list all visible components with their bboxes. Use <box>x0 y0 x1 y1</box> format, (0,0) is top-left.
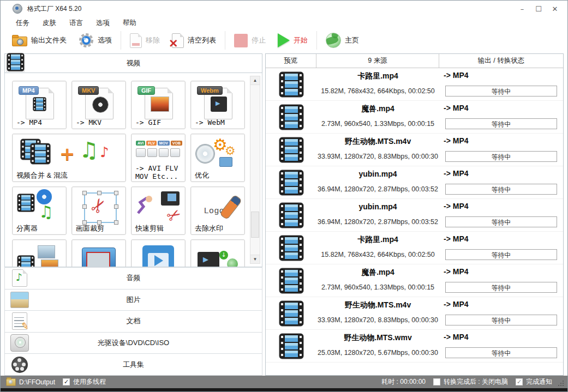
remove-watermark-item[interactable]: Logo 去除水印 <box>190 186 245 235</box>
format-item-avi-flv-mov[interactable]: AVI FLV MOV VOB -> AVI FLV MOV Etc... <box>131 134 186 182</box>
minimize-button[interactable]: – <box>514 2 530 15</box>
section-document[interactable]: ✎ 文档 <box>4 311 262 333</box>
video-to-picture-item[interactable] <box>12 239 67 267</box>
app-window: 格式工厂 X64 5.20 – ☐ ✕ 任务 皮肤 语言 选项 帮助 输出文件夹… <box>0 0 568 392</box>
resize-grip-icon[interactable] <box>558 380 564 387</box>
table-row[interactable]: 魔兽.mp4 2.73M, 960x540, 1.33Mbps, 00:00:1… <box>266 101 563 134</box>
menu-skin[interactable]: 皮肤 <box>36 17 63 29</box>
table-row[interactable]: 卡路里.mp4 15.82M, 768x432, 664Kbps, 00:02:… <box>266 232 563 264</box>
source-file-info: 33.93M, 1280x720, 8.83Mbps, 00:00:30 <box>316 153 439 160</box>
player-item[interactable] <box>131 239 186 267</box>
section-audio[interactable]: ♪ 音频 <box>4 267 262 290</box>
film-strip-icon <box>30 143 51 165</box>
category-accordion: ♪ 音频 图片 ✎ 文档 光驱设备\DVD\CD\ISO 工具集 <box>4 267 262 376</box>
conversion-status-badge: 等待中 <box>445 347 557 358</box>
section-toolset[interactable]: 工具集 <box>4 354 262 376</box>
source-file-info: 2.73M, 960x540, 1.33Mbps, 00:00:15 <box>316 120 439 128</box>
sunset-photo-icon <box>151 97 169 112</box>
video-preview-icon <box>279 333 304 359</box>
start-button[interactable]: 开始 <box>272 32 314 49</box>
options-button[interactable]: 选项 <box>73 31 118 50</box>
multithread-checkbox[interactable]: ✓ <box>63 378 70 385</box>
source-file-name: 野生动物.MTS.m4v <box>316 300 439 310</box>
source-file-info: 36.94M, 1280x720, 2.87Mbps, 00:03:52 <box>316 218 439 226</box>
shutdown-label: 转换完成后 : 关闭电脑 <box>444 377 508 387</box>
plus-icon: + <box>59 143 75 165</box>
clear-list-button[interactable]: ✕ 清空列表 <box>166 32 222 50</box>
output-path[interactable]: D:\FFOutput <box>19 378 55 386</box>
status-bar: D:\FFOutput ✓ 使用多线程 耗时 : 00:00:00 转换完成后 … <box>1 376 567 388</box>
dark-film-icon <box>211 97 227 112</box>
quick-clip-item[interactable]: ✂ 快速剪辑 <box>131 186 186 235</box>
maximize-button[interactable]: ☐ <box>530 2 547 15</box>
film-strip-icon <box>279 170 304 196</box>
format-item-mp4[interactable]: MP4 -> MP4 <box>12 81 67 129</box>
column-preview[interactable]: 预览 <box>266 54 316 68</box>
output-folder-button[interactable]: 输出文件夹 <box>6 33 73 48</box>
format-item-mkv[interactable]: MKV -> MKV <box>71 81 126 129</box>
output-format: -> MP4 <box>444 267 469 276</box>
globe-icon <box>326 33 341 48</box>
splitter-item[interactable]: ♫ 分离器 <box>12 186 67 235</box>
table-row[interactable]: 野生动物.MTS.m4v 33.93M, 1280x720, 8.83Mbps,… <box>266 134 563 166</box>
video-join-mux-item[interactable]: + ♫ ♪ 视频合并 & 混流 <box>12 134 126 182</box>
window-bottom-edge <box>1 388 567 391</box>
video-preview-icon <box>279 300 304 327</box>
grid-scrollbar[interactable]: ▲ ▼ <box>250 76 260 264</box>
video-download-item[interactable]: ▶ ↓ <box>190 239 245 267</box>
table-row[interactable]: 卡路里.mp4 15.82M, 768x432, 664Kbps, 00:02:… <box>266 68 563 101</box>
scroll-up-icon[interactable]: ▲ <box>250 76 260 85</box>
film-strip-icon <box>279 333 304 359</box>
play-icon <box>154 255 163 266</box>
section-video-header[interactable]: 视频 <box>4 53 262 73</box>
video-format-grid: MP4 -> MP4 MKV -> MKV GIF -> GIF <box>4 73 262 267</box>
scrollbar-thumb[interactable] <box>251 212 259 238</box>
table-row[interactable]: 野生动物.MTS.wmv 25.03M, 1280x720, 5.67Mbps,… <box>266 330 563 363</box>
table-row[interactable]: yubin.mp4 36.94M, 1280x720, 2.87Mbps, 00… <box>266 166 563 199</box>
table-row[interactable]: 野生动物.MTS.m4v 33.93M, 1280x720, 8.83Mbps,… <box>266 297 563 330</box>
section-dvd-cd-iso[interactable]: 光驱设备\DVD\CD\ISO <box>4 333 262 354</box>
output-format: -> MP4 <box>444 234 469 243</box>
optimize-item[interactable]: ⚙ ⚙ 优化 <box>190 134 245 182</box>
conversion-status-badge: 等待中 <box>445 118 557 129</box>
play-icon: ▶ <box>203 255 208 263</box>
output-format: -> MP4 <box>444 169 469 178</box>
section-picture[interactable]: 图片 <box>4 290 262 311</box>
remove-button[interactable]: 移除 <box>124 32 166 50</box>
mkv-badge: MKV <box>78 86 99 95</box>
menu-tasks[interactable]: 任务 <box>9 17 36 29</box>
column-output-status[interactable]: 输出 / 转换状态 <box>439 54 563 68</box>
output-format: -> MP4 <box>444 333 469 341</box>
close-button[interactable]: ✕ <box>547 2 563 15</box>
format-item-gif[interactable]: GIF -> GIF <box>131 81 186 129</box>
format-badges-icon: AVI FLV MOV VOB <box>136 141 182 146</box>
menu-bar: 任务 皮肤 语言 选项 帮助 <box>1 17 567 29</box>
video-preview-icon <box>279 71 304 98</box>
shutdown-checkbox[interactable] <box>433 378 440 385</box>
table-row[interactable]: 魔兽.mp4 2.73M, 960x540, 1.33Mbps, 00:00:1… <box>266 264 563 297</box>
reel-icon <box>92 97 109 113</box>
output-format: -> MP4 <box>444 202 469 210</box>
title-bar[interactable]: 格式工厂 X64 5.20 – ☐ ✕ <box>1 1 567 17</box>
stop-button[interactable]: 停止 <box>228 32 272 49</box>
output-format: -> MP4 <box>444 300 469 309</box>
conversion-status-badge: 等待中 <box>445 151 557 162</box>
menu-help[interactable]: 帮助 <box>116 17 143 29</box>
table-row[interactable]: yubin.mp4 36.94M, 1280x720, 2.87Mbps, 00… <box>266 199 563 232</box>
format-item-webm[interactable]: Webm -> WebM <box>190 81 245 129</box>
disc-icon <box>195 144 215 164</box>
menu-options[interactable]: 选项 <box>89 17 116 29</box>
folder-icon <box>12 35 27 46</box>
scroll-down-icon[interactable]: ▼ <box>250 255 260 263</box>
task-table-header: 预览 9 来源 输出 / 转换状态 <box>266 54 563 68</box>
screen-record-item[interactable] <box>71 239 126 267</box>
main-area: 视频 MP4 -> MP4 MKV -> MKV <box>1 52 567 376</box>
column-source[interactable]: 9 来源 <box>316 54 439 68</box>
webm-badge: Webm <box>197 86 223 95</box>
home-button[interactable]: 主页 <box>320 31 365 50</box>
notify-label: 完成通知 <box>526 377 552 387</box>
video-preview-icon <box>279 268 304 294</box>
crop-item[interactable]: ✂ 画面裁剪 <box>71 186 126 235</box>
notify-checkbox[interactable]: ✓ <box>516 378 523 385</box>
menu-language[interactable]: 语言 <box>63 17 89 29</box>
